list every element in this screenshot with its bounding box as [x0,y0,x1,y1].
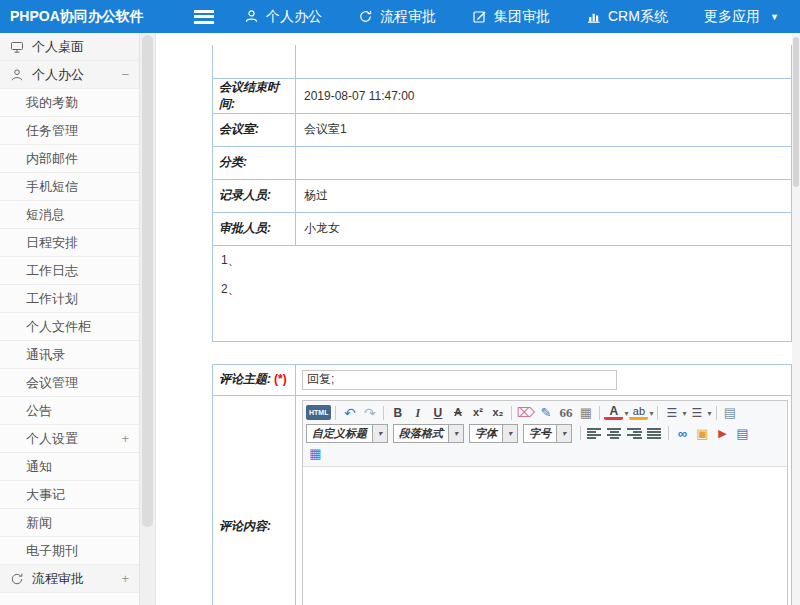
caret-down-icon[interactable] [708,405,712,422]
insert-media-icon[interactable]: ▶ [713,424,732,442]
paragraph-format-select[interactable]: 段落格式 [393,424,464,443]
scrollbar-thumb[interactable] [142,35,153,527]
sidebar-item-label: 电子期刊 [26,542,78,560]
insert-file-icon[interactable]: ▤ [733,424,752,442]
superscript-icon[interactable]: x² [468,404,487,422]
highlight-color-icon[interactable]: ab [629,405,648,420]
sidebar-item-announcement[interactable]: 公告 [0,397,139,425]
field-value [296,364,792,395]
sidebar-item-mobile-sms[interactable]: 手机短信 [0,173,139,201]
sidebar-item-personal-desktop[interactable]: 个人桌面 [0,33,139,61]
table-row-cutoff [213,45,792,78]
sidebar-item-e-journal[interactable]: 电子期刊 [0,537,139,565]
subscript-icon[interactable]: x₂ [488,404,507,422]
align-right-icon[interactable] [627,427,642,440]
sidebar-item-work-plan[interactable]: 工作计划 [0,285,139,313]
unordered-list-icon[interactable]: ☰ [688,404,707,422]
align-left-icon[interactable] [587,427,602,440]
nav-workflow-approval[interactable]: 流程审批 [358,8,436,26]
nav-label: 集团审批 [494,8,550,26]
italic-icon[interactable]: I [408,404,427,422]
sidebar-item-personal-files[interactable]: 个人文件柜 [0,313,139,341]
required-mark: (*) [274,372,287,386]
sidebar-item-label: 手机短信 [26,178,78,196]
caret-down-icon[interactable] [556,425,571,442]
table-row: 1、 2、 [213,245,792,341]
ordered-list-icon[interactable]: ☰ [662,404,681,422]
field-value: 2019-08-07 11:47:00 [296,78,792,113]
sidebar-item-workflow-approval[interactable]: 流程审批 + [0,565,139,593]
new-page-icon[interactable]: ▤ [721,404,740,422]
heading-select[interactable]: 自定义标题 [306,424,388,443]
nav-more-apps[interactable]: 更多应用 ▼ [704,8,779,26]
source-code-button[interactable]: HTML [306,405,331,420]
nav-crm-system[interactable]: CRM系统 [586,8,668,26]
sidebar-item-label: 通知 [26,458,52,476]
sidebar-item-major-events[interactable]: 大事记 [0,481,139,509]
content-scrollbar[interactable] [792,33,800,605]
sidebar-item-label: 工作日志 [26,262,78,280]
caret-down-icon[interactable] [649,405,653,422]
sidebar-item-news[interactable]: 新闻 [0,509,139,537]
sidebar-item-label: 新闻 [26,514,52,532]
insert-table-icon[interactable]: ▦ [576,404,595,422]
blockquote-icon[interactable]: 66 [556,404,575,422]
insert-calendar-icon[interactable]: ▦ [306,445,325,463]
remove-format-icon[interactable]: ⌦ [516,404,535,422]
field-value: 杨过 [296,179,792,212]
sidebar-item-meeting-management[interactable]: 会议管理 [0,369,139,397]
insert-image-icon[interactable]: ▣ [693,424,712,442]
dropdown-label: 字号 [529,426,551,441]
comment-subject-input[interactable] [302,370,617,390]
sidebar-item-label: 个人办公 [32,66,84,84]
expand-toggle[interactable]: + [121,431,129,446]
font-color-icon[interactable]: A [604,405,623,420]
sidebar-item-task-management[interactable]: 任务管理 [0,117,139,145]
caret-down-icon[interactable] [448,425,463,442]
sidebar-item-short-message[interactable]: 短消息 [0,201,139,229]
meeting-content-cell: 1、 2、 [213,245,792,341]
insert-link-icon[interactable]: ∞ [673,424,692,442]
nav-personal-office[interactable]: 个人办公 [244,8,322,26]
sidebar-item-attendance[interactable]: 我的考勤 [0,89,139,117]
editor-content-area[interactable] [303,467,787,605]
sidebar-item-internal-mail[interactable]: 内部邮件 [0,145,139,173]
sidebar-item-schedule[interactable]: 日程安排 [0,229,139,257]
align-justify-icon[interactable] [647,427,662,440]
format-brush-icon[interactable]: ✎ [536,404,555,422]
undo-icon[interactable]: ↶ [340,404,359,422]
font-family-select[interactable]: 字体 [469,424,518,443]
user-icon [244,9,259,24]
redo-icon[interactable]: ↷ [360,404,379,422]
bold-icon[interactable]: B [388,404,407,422]
caret-down-icon[interactable] [372,425,387,442]
caret-down-icon[interactable] [502,425,517,442]
table-row: 会议结束时间: 2019-08-07 11:47:00 [213,78,792,113]
sidebar-item-work-log[interactable]: 工作日志 [0,257,139,285]
scrollbar-thumb[interactable] [793,37,799,187]
caret-down-icon[interactable] [624,405,628,422]
field-value: HTML ↶ ↷ B I U A x² [296,395,792,605]
sidebar-item-label: 任务管理 [26,122,78,140]
nav-label: CRM系统 [608,8,668,26]
sidebar-item-notice[interactable]: 通知 [0,453,139,481]
sidebar-item-personal-settings[interactable]: 个人设置 + [0,425,139,453]
sidebar-scrollbar[interactable] [140,33,156,605]
toolbar-separator [580,426,581,440]
app-logo[interactable]: PHPOA协同办公软件 [0,8,182,26]
caret-down-icon[interactable] [682,405,686,422]
field-label: 分类: [213,146,296,179]
nav-group-approval[interactable]: 集团审批 [472,8,550,26]
top-nav: 个人办公 流程审批 集团审批 CRM系统 更多应用 [244,8,779,26]
sidebar-item-personal-office[interactable]: 个人办公 − [0,61,139,89]
underline-icon[interactable]: U [428,404,447,422]
font-size-select[interactable]: 字号 [523,424,572,443]
menu-icon[interactable] [194,10,214,24]
expand-toggle[interactable]: + [121,571,129,586]
align-center-icon[interactable] [607,427,622,440]
toolbar-separator [335,406,336,420]
sidebar-item-contacts[interactable]: 通讯录 [0,341,139,369]
toolbar-separator [716,406,717,420]
collapse-toggle[interactable]: − [121,67,129,82]
strikethrough-icon[interactable]: A [448,404,467,422]
